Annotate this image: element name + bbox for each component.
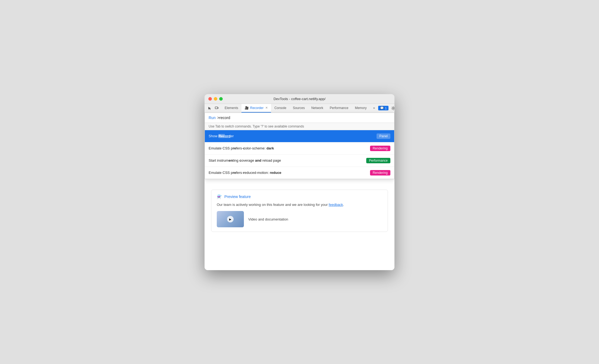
command-label-show-recorder: Show Recorder <box>209 134 234 138</box>
command-label-css-dark: Emulate CSS prefers-color-scheme: dark <box>209 146 274 150</box>
video-thumbnail[interactable]: ▶ <box>217 211 244 227</box>
tab-elements[interactable]: Elements <box>221 104 241 113</box>
settings-button[interactable] <box>390 104 394 112</box>
feedback-link[interactable]: feedback <box>329 203 343 207</box>
tab-console[interactable]: Console <box>271 104 289 113</box>
command-label-coverage: Start instrumenting coverage and reload … <box>209 158 281 162</box>
performance-badge: Performance <box>366 158 390 163</box>
command-item-show-recorder[interactable]: Show Recorder Panel <box>205 130 394 142</box>
main-content: + No recordings Send feedback Measure pe… <box>205 113 394 270</box>
command-palette: Run >record Use Tab to switch commands. … <box>205 113 394 179</box>
title-bar: DevTools - coffee-cart.netlify.app/ <box>205 94 394 104</box>
command-item-css-dark[interactable]: Emulate CSS prefers-color-scheme: dark R… <box>205 142 394 155</box>
tab-recorder[interactable]: 🎥 Recorder ✕ <box>241 104 271 113</box>
tab-close-icon[interactable]: ✕ <box>265 106 268 110</box>
flask-icon: ⚗️ <box>217 194 222 199</box>
svg-point-2 <box>393 107 394 109</box>
close-button[interactable] <box>208 97 212 101</box>
cursor-icon[interactable] <box>207 105 213 111</box>
tab-controls <box>207 105 220 111</box>
tab-memory[interactable]: Memory <box>352 104 370 113</box>
command-item-coverage[interactable]: Start instrumenting coverage and reload … <box>205 155 394 167</box>
devtools-window: DevTools - coffee-cart.netlify.app/ Elem… <box>205 94 394 270</box>
panel-badge: Panel <box>377 133 390 139</box>
tab-right-actions: 💬 1 <box>378 104 394 112</box>
video-title: Video and documentation <box>248 217 288 221</box>
feedback-badge[interactable]: 💬 1 <box>378 106 388 110</box>
svg-rect-1 <box>218 107 218 108</box>
minimize-button[interactable] <box>214 97 217 101</box>
preview-header: ⚗️ Preview feature <box>217 194 382 199</box>
preview-media: ▶ Video and documentation <box>217 211 382 227</box>
maximize-button[interactable] <box>219 97 223 101</box>
tab-sources[interactable]: Sources <box>289 104 308 113</box>
run-label: Run <box>209 116 216 120</box>
play-icon: ▶ <box>227 216 234 222</box>
command-input-value[interactable]: >record <box>217 116 230 120</box>
device-icon[interactable] <box>214 105 220 111</box>
rendering-badge-1: Rendering <box>370 146 390 151</box>
traffic-lights <box>208 97 223 101</box>
preview-feature-box: ⚗️ Preview feature Our team is actively … <box>211 190 388 232</box>
preview-title: Preview feature <box>224 194 251 199</box>
tab-more[interactable]: » <box>370 104 378 113</box>
recorder-icon: 🎥 <box>245 106 249 110</box>
preview-description: Our team is actively working on this fea… <box>217 202 382 207</box>
chat-icon: 💬 <box>380 106 384 110</box>
command-hint: Use Tab to switch commands. Type '?' to … <box>205 123 394 130</box>
tab-performance[interactable]: Performance <box>326 104 352 113</box>
rendering-badge-2: Rendering <box>370 170 390 175</box>
tab-bar: Elements 🎥 Recorder ✕ Console Sources Ne… <box>205 104 394 113</box>
command-item-reduced-motion[interactable]: Emulate CSS prefers-reduced-motion: redu… <box>205 167 394 179</box>
command-input-row: Run >record <box>205 113 394 123</box>
tab-network[interactable]: Network <box>308 104 326 113</box>
svg-rect-0 <box>215 107 218 109</box>
command-label-reduced-motion: Emulate CSS prefers-reduced-motion: redu… <box>209 171 281 175</box>
window-title: DevTools - coffee-cart.netlify.app/ <box>273 97 326 101</box>
